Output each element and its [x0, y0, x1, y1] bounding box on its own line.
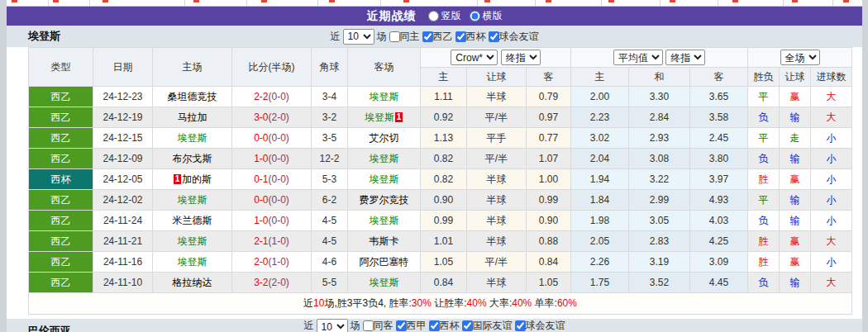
asian-away-odds: 0.97	[527, 107, 571, 128]
league-filter-xijia[interactable]: 西甲	[396, 319, 427, 332]
xibei-checkbox-2[interactable]	[429, 320, 440, 331]
column-border-artifact	[48, 0, 49, 6]
radio-vertical-layout[interactable]: 竖版	[428, 9, 461, 23]
home-team: 米兰德斯	[173, 215, 212, 226]
euro-company-select[interactable]: 平均值	[613, 50, 663, 65]
euro-draw-odds: 3.52	[629, 273, 690, 293]
away-cell: 埃登斯	[348, 169, 421, 190]
asian-away-odds: 0.90	[527, 211, 571, 231]
asian-away-odds: 1.00	[527, 169, 571, 190]
radio-horizontal-layout[interactable]: 横版	[470, 9, 503, 23]
summary-stat-label: 大率:	[487, 297, 513, 309]
xijia-checkbox[interactable]	[396, 320, 407, 331]
summary-row: 近10场,胜3平3负4, 胜率:30% 让胜率:40% 大率:40% 单率:60…	[29, 293, 852, 315]
corner-cell: 5-5	[312, 273, 348, 293]
asian-handicap-line: 平手	[467, 128, 527, 149]
xiyi-label: 西乙	[433, 30, 453, 44]
home-team-name: 埃登斯	[28, 29, 60, 44]
score-cell: 1-0(0-0)	[232, 149, 312, 169]
result-goals-cell: 小	[811, 149, 852, 169]
asian-handicap-line: 平/半	[467, 107, 527, 128]
result-goals-cell: 大	[811, 273, 852, 293]
result-outcome-cell: 负	[748, 211, 780, 231]
horizontal-layout-label: 横版	[483, 9, 503, 23]
asian-company-select[interactable]: Crow*	[451, 50, 498, 65]
league-filter-xibei-2[interactable]: 西杯	[429, 319, 460, 332]
col-header-home: 主场	[153, 48, 232, 87]
corner-cell: 12-2	[312, 149, 348, 169]
result-outcome-cell: 平	[748, 87, 780, 107]
scope-select[interactable]: 全场	[780, 50, 820, 65]
league-filter-intl-friendly[interactable]: 国际友谊	[462, 319, 513, 332]
recent-results-table: 类型 日期 主场 比分(半场) 角球 客场 Crow* 终指 平均值 终指 全场	[28, 47, 852, 315]
score-cell: 0-1(0-0)	[232, 169, 312, 190]
home-team: 马拉加	[178, 111, 207, 123]
match-count-select-2[interactable]: 10	[317, 319, 348, 332]
asian-home-odds: 1.13	[421, 128, 467, 149]
asian-handicap-line: 半球	[467, 169, 527, 190]
score-cell: 3-0(2-0)	[232, 107, 312, 128]
horizontal-layout-radio[interactable]	[470, 11, 480, 21]
home-team: 加的斯	[182, 173, 212, 185]
table-row: 西乙 24-11-24 米兰德斯 1-0(0-0) 4-5 埃登斯 0.99 半…	[29, 211, 852, 231]
halftime-score: (1-0)	[269, 256, 289, 268]
column-border-artifact	[89, 0, 90, 6]
table-row: 西乙 24-11-21 埃登斯 2-1(1-0) 4-5 韦斯卡 1.01 半球…	[29, 231, 852, 252]
home-team: 布尔戈斯	[173, 153, 212, 164]
intl-friendly-checkbox[interactable]	[462, 320, 473, 331]
same-home-filter[interactable]: 同主	[389, 30, 420, 44]
home-cell: 桑坦德竞技	[153, 87, 232, 107]
asian-home-odds: 0.90	[421, 190, 467, 211]
result-goals-cell: 大	[811, 107, 852, 128]
euro-away-odds: 3.80	[690, 149, 748, 169]
intl-friendly-label: 国际友谊	[473, 319, 513, 332]
layout-radio-group: 竖版 横版	[428, 9, 503, 23]
xiyi-checkbox[interactable]	[422, 31, 433, 42]
home-team: 桑坦德竞技	[168, 91, 217, 102]
same-away-checkbox[interactable]	[363, 320, 374, 331]
league-filter-xiyi[interactable]: 西乙	[422, 30, 453, 44]
score-cell: 0-0(0-0)	[232, 128, 312, 149]
xibei-checkbox[interactable]	[455, 31, 466, 42]
vertical-layout-radio[interactable]	[428, 11, 439, 21]
cutoff-red-text-artifact	[843, 0, 849, 2]
home-cell: 马拉加	[153, 107, 232, 128]
league-filter-club-friendly[interactable]: 球会友谊	[489, 30, 539, 44]
result-handicap-cell: 赢	[780, 231, 811, 252]
league-cell: 西乙	[29, 252, 93, 273]
summary-stat-value: 60%	[557, 297, 577, 309]
euro-home-odds: 3.02	[571, 128, 629, 149]
asian-stage-select[interactable]: 终指	[501, 50, 541, 65]
halftime-score: (2-0)	[269, 277, 289, 288]
date-cell: 24-12-09	[93, 149, 153, 169]
subheader-handicap-result: 让球	[780, 68, 811, 87]
away-team-filter-bar: 巴伦西亚 近 10 场 同客 西甲 西杯 国际友谊 球会友	[7, 319, 862, 332]
league-cell: 西乙	[29, 149, 93, 169]
asian-home-odds: 1.05	[421, 252, 467, 273]
same-home-checkbox[interactable]	[389, 31, 400, 42]
away-team-name: 巴伦西亚	[28, 324, 71, 332]
section-title: 近期战绩	[367, 9, 417, 24]
subheader-euro-draw: 和	[629, 68, 690, 87]
unit-label: 场	[377, 30, 387, 44]
same-away-filter[interactable]: 同客	[363, 319, 393, 332]
club-friendly-checkbox-2[interactable]	[515, 320, 526, 331]
halftime-score: (0-0)	[269, 173, 289, 185]
match-count-select[interactable]: 10	[343, 29, 374, 45]
cutoff-red-text-artifact	[403, 0, 409, 2]
euro-away-odds: 2.45	[690, 128, 748, 149]
euro-stage-select[interactable]: 终指	[665, 50, 705, 65]
away-cell: 埃登斯	[348, 87, 421, 107]
corner-cell: 4-6	[312, 252, 348, 273]
cutoff-red-text-artifact	[546, 0, 551, 2]
xijia-label: 西甲	[407, 319, 427, 332]
league-filter-xibei[interactable]: 西杯	[455, 30, 486, 44]
euro-home-odds: 1.98	[571, 211, 629, 231]
home-cell: 米兰德斯	[153, 211, 232, 231]
club-friendly-checkbox[interactable]	[489, 31, 499, 42]
league-filter-club-friendly-2[interactable]: 球会友谊	[515, 319, 565, 332]
col-header-away: 客场	[348, 48, 421, 87]
fulltime-score: 2-1	[254, 235, 268, 247]
column-border-artifact	[601, 0, 602, 6]
euro-draw-odds: 3.05	[629, 211, 690, 231]
